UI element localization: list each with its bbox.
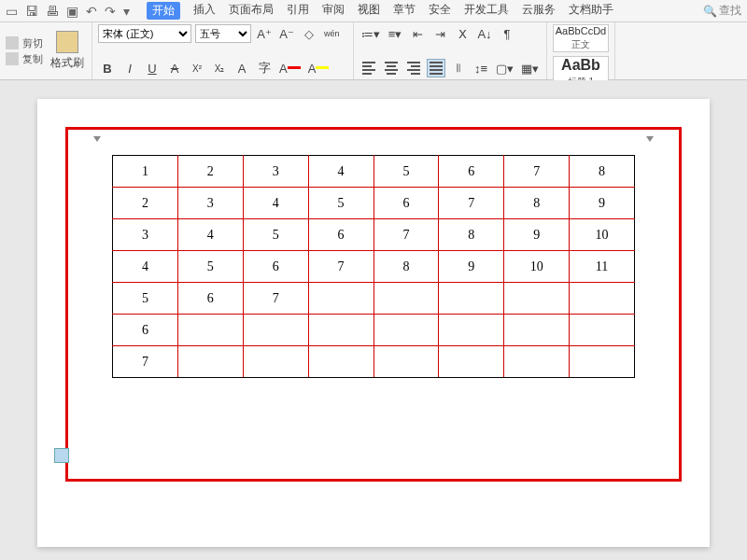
char-effect-button[interactable]: 字 — [255, 59, 274, 77]
table-cell[interactable]: 3 — [243, 156, 308, 188]
shrink-font-button[interactable]: A⁻ — [277, 24, 296, 43]
table-cell[interactable]: 9 — [570, 188, 635, 219]
print-icon[interactable]: 🖶 — [46, 4, 59, 19]
table-cell[interactable] — [439, 283, 504, 315]
table-cell[interactable]: 2 — [177, 156, 243, 188]
font-color-button[interactable]: A — [277, 59, 303, 77]
table-cell[interactable]: 2 — [113, 188, 178, 219]
table-cell[interactable] — [243, 315, 308, 346]
table-cell[interactable]: 10 — [570, 219, 635, 251]
menu-tab[interactable]: 引用 — [287, 2, 309, 20]
menu-tab[interactable]: 开始 — [147, 2, 180, 20]
superscript-button[interactable]: X² — [188, 59, 206, 77]
style-normal[interactable]: AaBbCcDd 正文 — [553, 24, 609, 52]
page-options-icon[interactable] — [54, 448, 69, 463]
table-cell[interactable] — [308, 346, 374, 378]
phonetic-button[interactable]: wén — [322, 24, 342, 43]
table-cell[interactable] — [504, 283, 570, 315]
table-cell[interactable]: 7 — [308, 251, 374, 283]
menu-tab[interactable]: 审阅 — [322, 2, 345, 20]
redo-icon[interactable]: ↷ — [105, 4, 116, 19]
strike-button[interactable]: A — [165, 59, 184, 77]
sort-button[interactable]: A↓ — [475, 24, 494, 43]
table-cell[interactable]: 5 — [308, 188, 374, 219]
table-cell[interactable]: 6 — [113, 315, 178, 346]
table-cell[interactable]: 7 — [374, 219, 439, 251]
table-cell[interactable] — [570, 283, 635, 315]
show-marks-button[interactable]: ¶ — [498, 24, 516, 43]
menu-tab[interactable]: 安全 — [429, 2, 451, 20]
table-cell[interactable]: 5 — [374, 156, 439, 188]
highlight-color-button[interactable]: A — [306, 59, 331, 77]
bullets-button[interactable]: ≔▾ — [359, 24, 382, 43]
table-cell[interactable] — [177, 346, 243, 378]
table-cell[interactable]: 9 — [439, 251, 504, 283]
menu-tab[interactable]: 视图 — [358, 2, 380, 20]
table-cell[interactable]: 4 — [243, 188, 308, 219]
grow-font-button[interactable]: A⁺ — [255, 24, 274, 43]
table-cell[interactable]: 1 — [113, 156, 178, 188]
borders-button[interactable]: ▦▾ — [519, 59, 541, 77]
table-cell[interactable]: 8 — [570, 156, 635, 188]
document-table[interactable]: 1234567823456789345678910456789101156767 — [112, 155, 635, 378]
align-right-button[interactable] — [404, 59, 423, 77]
table-cell[interactable]: 11 — [570, 251, 635, 283]
font-size-select[interactable]: 五号 — [195, 24, 251, 43]
preview-icon[interactable]: ▣ — [66, 4, 78, 19]
table-cell[interactable] — [439, 315, 504, 346]
save-icon[interactable]: 🖫 — [25, 4, 38, 19]
shading-button[interactable]: ▢▾ — [494, 59, 515, 77]
table-cell[interactable]: 3 — [113, 219, 178, 251]
bold-button[interactable]: B — [98, 59, 117, 77]
underline-button[interactable]: U — [143, 59, 162, 77]
menu-tab[interactable]: 开发工具 — [464, 2, 509, 20]
table-cell[interactable]: 4 — [113, 251, 178, 283]
search-box[interactable]: 🔍 查找 — [703, 3, 741, 19]
cut-button[interactable]: 剪切 — [6, 36, 43, 50]
dropdown-icon[interactable]: ▾ — [123, 4, 130, 19]
table-cell[interactable]: 3 — [177, 188, 243, 219]
menu-tab[interactable]: 云服务 — [522, 2, 556, 20]
table-cell[interactable]: 6 — [439, 156, 504, 188]
italic-button[interactable]: I — [120, 59, 139, 77]
indent-inc-button[interactable]: ⇥ — [430, 24, 449, 43]
table-cell[interactable]: 5 — [113, 283, 178, 315]
table-cell[interactable] — [570, 346, 635, 378]
table-cell[interactable] — [308, 315, 374, 346]
table-cell[interactable]: 6 — [374, 188, 439, 219]
menu-tab[interactable]: 章节 — [393, 2, 416, 20]
table-cell[interactable]: 4 — [177, 219, 243, 251]
qa-icon[interactable]: ▭ — [6, 4, 18, 19]
menu-tab[interactable]: 插入 — [193, 2, 216, 20]
format-painter-button[interactable]: 格式刷 — [49, 31, 86, 71]
distribute-button[interactable]: ⫴ — [449, 59, 468, 77]
table-cell[interactable] — [570, 315, 635, 346]
menu-tab[interactable]: 文档助手 — [569, 2, 613, 20]
align-center-button[interactable] — [382, 59, 401, 77]
table-cell[interactable] — [504, 346, 570, 378]
table-cell[interactable] — [374, 346, 439, 378]
undo-icon[interactable]: ↶ — [86, 4, 97, 19]
table-cell[interactable]: 6 — [308, 219, 374, 251]
table-cell[interactable]: 7 — [504, 156, 570, 188]
table-cell[interactable]: 7 — [243, 283, 308, 315]
table-cell[interactable]: 7 — [439, 188, 504, 219]
table-cell[interactable]: 7 — [113, 346, 178, 378]
table-cell[interactable]: 10 — [504, 251, 570, 283]
table-cell[interactable] — [439, 346, 504, 378]
align-left-button[interactable] — [359, 59, 378, 77]
copy-button[interactable]: 复制 — [6, 52, 43, 66]
clear-format-button[interactable]: ◇ — [300, 24, 318, 43]
table-cell[interactable]: 8 — [374, 251, 439, 283]
table-cell[interactable] — [243, 346, 308, 378]
table-cell[interactable]: 5 — [177, 251, 243, 283]
table-cell[interactable]: 5 — [243, 219, 308, 251]
subscript-button[interactable]: X₂ — [210, 59, 229, 77]
indent-dec-button[interactable]: ⇤ — [408, 24, 427, 43]
table-cell[interactable] — [308, 283, 374, 315]
menu-tab[interactable]: 页面布局 — [229, 2, 274, 20]
table-cell[interactable] — [177, 315, 243, 346]
table-cell[interactable]: 8 — [439, 219, 504, 251]
numbering-button[interactable]: ≡▾ — [386, 24, 404, 43]
table-cell[interactable] — [374, 315, 439, 346]
